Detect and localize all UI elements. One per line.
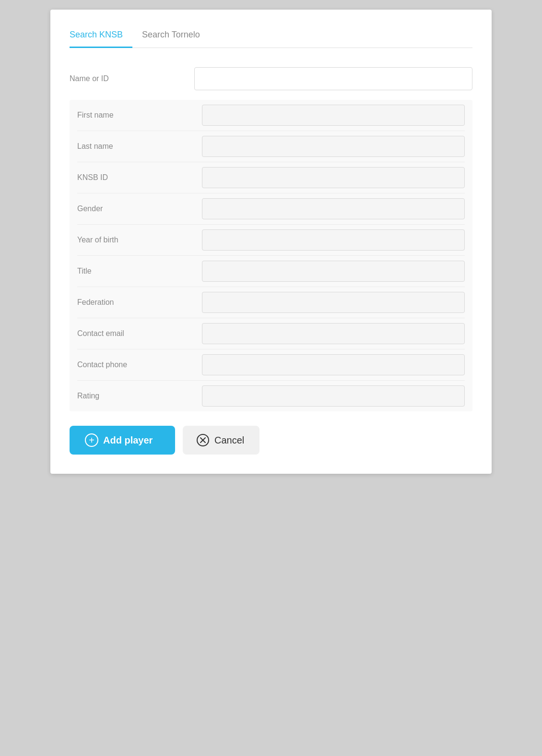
name-or-id-label: Name or ID (70, 74, 194, 83)
cancel-icon (196, 433, 210, 447)
rating-row: Rating (77, 381, 465, 411)
buttons-row: + Add player Cancel (70, 426, 472, 455)
tab-search-knsb[interactable]: Search KNSB (70, 24, 132, 48)
first-name-row: First name (77, 100, 465, 131)
modal-dialog: Search KNSB Search Tornelo Name or ID Fi… (50, 10, 492, 474)
tab-bar: Search KNSB Search Tornelo (70, 24, 472, 48)
contact-phone-label: Contact phone (77, 360, 202, 369)
contact-phone-row: Contact phone (77, 349, 465, 381)
first-name-input[interactable] (202, 105, 465, 126)
federation-input[interactable] (202, 292, 465, 313)
knsb-id-label: KNSB ID (77, 173, 202, 182)
add-player-icon: + (85, 433, 98, 447)
gender-row: Gender (77, 193, 465, 225)
federation-label: Federation (77, 298, 202, 307)
gender-label: Gender (77, 204, 202, 213)
knsb-id-input[interactable] (202, 167, 465, 188)
first-name-label: First name (77, 111, 202, 120)
contact-email-label: Contact email (77, 329, 202, 338)
tab-search-tornelo[interactable]: Search Tornelo (142, 24, 210, 48)
gender-input[interactable] (202, 198, 465, 219)
rating-label: Rating (77, 392, 202, 400)
year-of-birth-label: Year of birth (77, 236, 202, 244)
contact-email-input[interactable] (202, 323, 465, 344)
title-input[interactable] (202, 261, 465, 282)
rating-input[interactable] (202, 385, 465, 407)
contact-email-row: Contact email (77, 318, 465, 349)
year-of-birth-row: Year of birth (77, 225, 465, 256)
last-name-label: Last name (77, 142, 202, 151)
form-fields-section: First name Last name KNSB ID Gender Year… (70, 100, 472, 411)
title-row: Title (77, 256, 465, 287)
cancel-button[interactable]: Cancel (183, 426, 259, 455)
last-name-row: Last name (77, 131, 465, 162)
contact-phone-input[interactable] (202, 354, 465, 375)
add-player-label: Add player (103, 435, 153, 446)
cancel-label: Cancel (214, 435, 244, 446)
year-of-birth-input[interactable] (202, 229, 465, 251)
name-or-id-row: Name or ID (70, 62, 472, 100)
add-player-button[interactable]: + Add player (70, 426, 175, 455)
title-label: Title (77, 267, 202, 276)
last-name-input[interactable] (202, 136, 465, 157)
federation-row: Federation (77, 287, 465, 318)
knsb-id-row: KNSB ID (77, 162, 465, 193)
name-or-id-input[interactable] (194, 67, 472, 90)
